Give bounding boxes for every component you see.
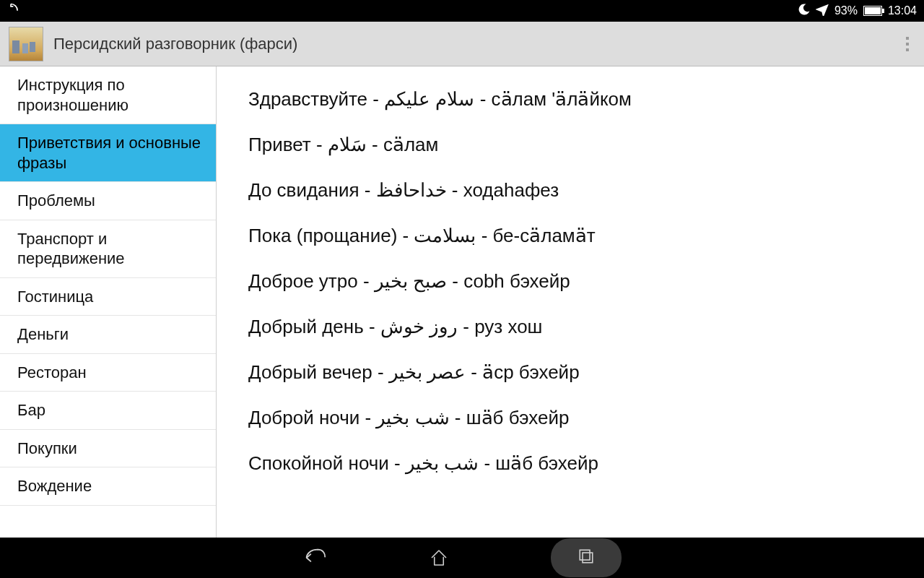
action-bar: Персидский разговорник (фарси) <box>0 22 924 66</box>
content-panel[interactable]: Здравствуйте - سلام عليكم - сӓлам 'ӓлӓйк… <box>217 66 924 538</box>
sidebar-item[interactable]: Покупки <box>0 430 216 468</box>
nav-bar <box>0 538 924 578</box>
phrase-row: Добрый день - روز خوش - руз хош <box>248 304 910 350</box>
phrase-row: Добрый вечер - عصر بخير - ӓср бэхейр <box>248 350 910 395</box>
sidebar-item[interactable]: Инструкция по произношению <box>0 66 216 124</box>
phrase-row: Здравствуйте - سلام عليكم - сӓлам 'ӓлӓйк… <box>248 77 910 122</box>
sidebar-item[interactable]: Приветствия и основные фразы <box>0 124 216 182</box>
app-icon <box>9 27 43 61</box>
phrase-row: Доброе утро - صبح بخير - соbh бэхейр <box>248 259 910 304</box>
svg-rect-1 <box>583 553 593 563</box>
sidebar-item[interactable]: Ресторан <box>0 354 216 392</box>
svg-rect-0 <box>580 550 590 560</box>
status-bar: 93% 13:04 <box>0 0 924 22</box>
phrase-row: Привет - سَلام - сӓлам <box>248 122 910 168</box>
moon-icon <box>797 3 810 19</box>
overflow-menu-button[interactable] <box>899 33 915 56</box>
app-body: Инструкция по произношениюПриветствия и … <box>0 66 924 538</box>
phone-missed-icon <box>7 2 22 20</box>
airplane-icon <box>816 3 829 19</box>
sidebar-item[interactable]: Транспорт и передвижение <box>0 220 216 278</box>
phrase-row: Спокойной ночи - شب بخير - шӓб бэхейр <box>248 441 910 486</box>
screen: 93% 13:04 Персидский разговорник (фарси)… <box>0 0 924 578</box>
sidebar[interactable]: Инструкция по произношениюПриветствия и … <box>0 66 217 538</box>
home-button[interactable] <box>428 547 450 569</box>
battery-icon <box>863 6 882 16</box>
sidebar-item[interactable]: Гостиница <box>0 278 216 316</box>
battery-percent-label: 93% <box>834 4 858 17</box>
phrase-row: Пока (прощание) - بسلامت - бе-сӓламӓт <box>248 213 910 259</box>
clock-label: 13:04 <box>888 4 917 17</box>
sidebar-item[interactable]: Вождение <box>0 467 216 506</box>
phrase-row: Доброй ночи - شب بخير - шӓб бэхейр <box>248 395 910 441</box>
sidebar-item[interactable]: Бар <box>0 392 216 430</box>
recent-apps-button[interactable] <box>551 538 622 577</box>
app-title: Персидский разговорник (фарси) <box>53 35 297 53</box>
phrase-row: До свидания - خداحافظ - ходаhафез <box>248 168 910 213</box>
back-button[interactable] <box>302 545 327 570</box>
sidebar-item[interactable]: Проблемы <box>0 182 216 220</box>
sidebar-item[interactable]: Деньги <box>0 316 216 354</box>
